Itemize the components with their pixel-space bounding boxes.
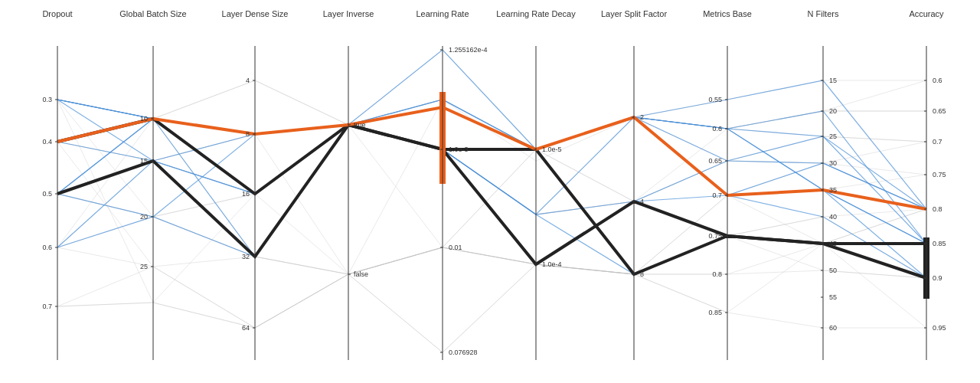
svg-text:0.7: 0.7 (42, 303, 52, 310)
svg-text:40: 40 (829, 213, 837, 221)
highlighted-lines (57, 50, 926, 278)
chart-svg: Dropout Global Batch Size Layer Dense Si… (0, 0, 980, 383)
svg-text:8: 8 (640, 270, 644, 278)
svg-text:15: 15 (829, 77, 837, 84)
svg-text:50: 50 (829, 267, 837, 274)
top-accuracy-lines (57, 119, 926, 278)
svg-text:0.9: 0.9 (933, 274, 942, 282)
svg-text:false: false (354, 270, 368, 278)
svg-text:0.65: 0.65 (933, 107, 946, 115)
layer-split-factor-label: Layer Split Factor (601, 9, 668, 18)
svg-text:4: 4 (640, 198, 644, 205)
svg-text:0.65: 0.65 (708, 157, 722, 165)
svg-text:0.55: 0.55 (708, 96, 722, 103)
svg-text:64: 64 (242, 324, 250, 332)
parallel-coordinates-chart: Dropout Global Batch Size Layer Dense Si… (0, 0, 980, 383)
svg-text:60: 60 (829, 324, 837, 332)
layer-inverse-label: Layer Inverse (323, 9, 374, 18)
accuracy-label: Accuracy (909, 9, 944, 18)
svg-text:0.75: 0.75 (933, 171, 946, 178)
dropout-ticks: 0.3 0.4 0.5 0.6 0.7 (42, 96, 57, 310)
svg-text:0.3: 0.3 (42, 96, 52, 103)
background-lines (57, 50, 926, 352)
global-batch-size-ticks: 10 15 20 25 (140, 115, 153, 270)
svg-text:1.0e-3: 1.0e-3 (449, 146, 469, 153)
svg-text:0.6: 0.6 (933, 77, 942, 84)
svg-text:4: 4 (246, 77, 250, 84)
svg-text:0.6: 0.6 (712, 125, 722, 133)
learning-rate-ticks: 1.255162e-4 1.0e-3 0.01 0.076928 (440, 46, 488, 356)
svg-text:25: 25 (140, 263, 148, 270)
svg-text:1.0e-4: 1.0e-4 (542, 260, 562, 268)
n-filters-label: N Filters (808, 9, 839, 18)
svg-text:10: 10 (140, 115, 148, 123)
learning-rate-decay-label: Learning Rate Decay (496, 9, 576, 18)
svg-text:0.8: 0.8 (933, 205, 942, 213)
svg-text:8: 8 (246, 130, 250, 138)
svg-text:0.7: 0.7 (712, 192, 722, 199)
svg-text:25: 25 (829, 133, 837, 140)
svg-text:55: 55 (829, 293, 837, 301)
layer-split-factor-ticks: 2 4 8 (632, 113, 644, 278)
svg-text:0.5: 0.5 (42, 190, 52, 198)
metrics-base-ticks: 0.55 0.6 0.65 0.7 0.75 0.8 0.85 (708, 96, 727, 316)
svg-text:0.076928: 0.076928 (449, 349, 478, 356)
axis-labels: Dropout Global Batch Size Layer Dense Si… (42, 9, 944, 18)
svg-text:0.95: 0.95 (933, 324, 946, 332)
svg-text:16: 16 (242, 190, 250, 198)
svg-text:20: 20 (829, 107, 837, 115)
svg-text:1.255162e-4: 1.255162e-4 (449, 46, 488, 54)
global-batch-size-label: Global Batch Size (119, 9, 186, 18)
layer-dense-size-ticks: 4 8 16 32 64 (242, 77, 255, 332)
svg-text:0.01: 0.01 (449, 244, 462, 251)
svg-text:0.85: 0.85 (933, 240, 946, 247)
svg-text:0.6: 0.6 (42, 244, 52, 251)
svg-text:0.75: 0.75 (708, 232, 722, 240)
layer-dense-size-label: Layer Dense Size (222, 9, 289, 18)
learning-rate-label: Learning Rate (416, 9, 469, 18)
svg-text:35: 35 (829, 186, 837, 194)
svg-text:0.7: 0.7 (933, 138, 942, 146)
dropout-label: Dropout (42, 9, 72, 18)
svg-text:true: true (354, 121, 366, 129)
svg-text:1.0e-5: 1.0e-5 (542, 146, 562, 153)
svg-text:15: 15 (140, 157, 148, 165)
axes (57, 46, 926, 360)
metrics-base-label: Metrics Base (703, 9, 752, 18)
svg-text:32: 32 (242, 253, 250, 260)
svg-text:0.85: 0.85 (708, 309, 722, 316)
svg-text:0.8: 0.8 (712, 270, 722, 278)
svg-text:0.4: 0.4 (42, 138, 52, 146)
layer-inverse-ticks: true false (348, 121, 368, 278)
svg-text:45: 45 (829, 240, 837, 247)
svg-text:30: 30 (829, 159, 837, 167)
svg-text:2: 2 (640, 113, 644, 121)
svg-text:20: 20 (140, 213, 148, 221)
